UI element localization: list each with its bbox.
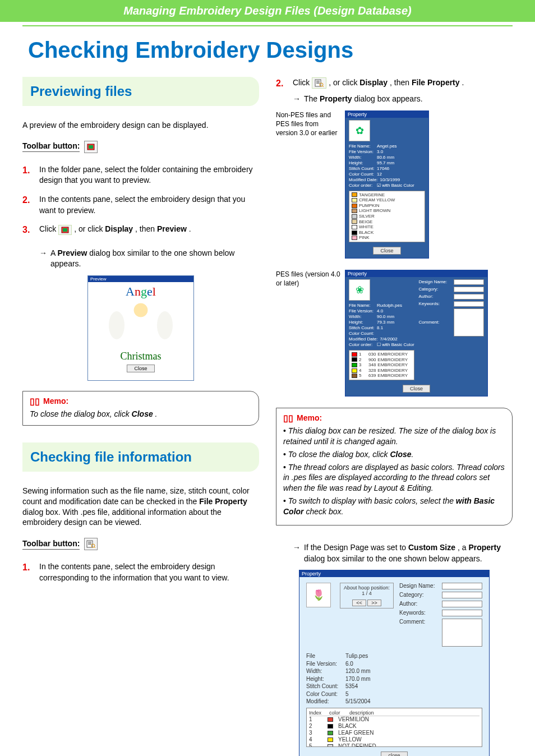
memo-head-1: ▯▯ Memo: [30,396,252,407]
memo-body-1: To close the dialog box, click Close . [30,409,252,420]
pd2-w-v: 90.0 mm [377,314,414,320]
pd1-m-l: Modified Date: [349,177,378,183]
previewing-result-text: A Preview dialog box similar to the one … [50,248,259,270]
checking-step-number-1: 1. [22,561,31,583]
section-checking-heading: Checking file information [30,449,255,465]
property-row-1: Non-PES files and PES files from version… [276,110,513,259]
rr2-b: Custom Size [408,543,455,552]
checking-intro: Sewing information such as the file name… [22,486,259,528]
pd1-fn-l: File Name: [349,144,375,149]
pd3-s-v: 5354 [345,683,358,690]
pd3-colorlist: Index color description 1VERMILION2BLACK… [306,708,482,747]
book-icon: ▯▯ [30,396,40,407]
memo2-item4: To switch to display with basic colors, … [283,496,505,517]
checking-intro-b: File Property [199,497,247,506]
pd2-dn-box[interactable] [454,279,484,285]
rr1-b: Property [320,94,352,103]
pd3-s-l: Stitch Count: [306,683,342,690]
pd2-cat-box[interactable] [454,287,484,292]
checking-intro-c: dialog box. With .pes file, additional i… [22,508,222,527]
pd3-cm-l: Comment: [399,619,439,625]
pd3-kw-l: Keywords: [399,610,439,616]
rr2-d: Property [468,543,501,552]
pd3-nav-prev[interactable]: << [352,600,366,606]
step-3-display: Display [105,224,133,233]
preview-angel-graphic [121,300,160,351]
memo1-c: . [155,409,158,418]
header-breadcrumb: Managing Embroidery Design Files (Design… [0,4,535,17]
svg-line-9 [94,547,95,548]
preview-angel-text: Angel [126,284,156,299]
memo2-item2: To close the dialog box, click Close. [283,449,505,460]
svg-rect-6 [88,543,91,543]
pd3-title: Property [299,570,489,577]
r2-display: Display [359,78,388,87]
previewing-intro: A preview of the embroidery design can b… [22,120,259,131]
pd2-h-v: 79.3 mm [377,320,414,325]
caption-nonpes: Non-PES files and PES files from version… [276,110,340,138]
right-result-2: → If the Design Page was set to Custom S… [293,542,513,564]
pd3-nav-next[interactable]: >> [367,600,381,606]
pd3-hoop-box: About hoop position: 1 / 4 << >> [340,583,394,609]
pd3-f-v: Tulip.pes [345,652,368,660]
pd2-close[interactable]: Close [403,385,430,393]
pd3-w-v: 120.0 mm [345,667,370,675]
pd2-dn-l: Design Name: [419,279,451,284]
pd3-w-l: Width: [306,667,342,675]
section-previewing-heading: Previewing files [30,84,255,99]
pd2-kw-l: Keywords: [419,301,451,306]
pd2-colorlist: 1030EMBROIDERY2900EMBROIDERY3348EMBROIDE… [349,350,414,380]
pd3-kw-box[interactable] [442,610,482,616]
pd2-h-l: Height: [349,320,375,325]
svg-rect-3 [63,228,67,232]
pd3-m-l: Modified: [306,698,342,706]
memo1-a: To close the dialog box, click [30,409,132,418]
pd2-s-l: Stitch Count: [349,325,375,331]
svg-rect-1 [89,145,93,149]
pd3-c-l: Color Count: [306,690,342,698]
pd3-cat-l: Category: [399,592,439,598]
pd1-bc: ☑ with Basic Color [377,183,425,188]
memo2-item1: This dialog box can be resized. The size… [283,426,505,447]
pd3-cm-box[interactable] [442,619,482,647]
pd3-au-box[interactable] [442,601,482,607]
pd2-m-v: 7/4/2002 [380,336,414,342]
preview-toolbar-icon [84,141,98,153]
pd2-kw-box[interactable] [454,301,484,307]
rr1-a: The [304,94,320,103]
preview-close-button[interactable]: Close [127,365,154,372]
pd2-au-box[interactable] [454,294,484,299]
pd3-close[interactable]: close [381,752,407,756]
pd3-head-desc: description [349,710,374,716]
pd3-hoop-val: 1 / 4 [344,591,390,596]
arrow-icon: → [39,248,47,270]
pd3-dn-box[interactable] [442,583,482,589]
pd2-cm-l: Comment: [419,320,451,325]
pd1-c-v: 12 [377,172,425,177]
checking-toolbar-row: Toolbar button: [22,538,259,550]
pd1-h-v: 95.7 mm [377,160,425,166]
svg-rect-12 [316,82,320,82]
pd1-w-l: Width: [349,155,375,160]
memo2-item3: The thread colors are displayed as basic… [283,462,505,494]
memo-list-2: This dialog box can be resized. The size… [283,426,505,517]
svg-rect-7 [88,544,91,545]
pd1-close[interactable]: Close [373,247,400,255]
step-number-2: 2. [22,194,31,216]
pd1-c-l: Color Count: [349,172,375,177]
section-checking-heading-wrap: Checking file information [22,442,259,472]
pd3-cat-box[interactable] [442,592,482,598]
pd1-h-l: Height: [349,160,375,166]
header-banner: Managing Embroidery Design Files (Design… [0,0,535,22]
step-3-then: , then [135,224,157,233]
pd2-c-l: Color Count: [349,331,375,336]
pd1-title: Property [345,111,428,118]
property-dialog-1: Property ✿ File Name:Angel.pes File Vers… [345,110,429,259]
pd2-co-l: Color order: [349,342,375,348]
step-3-preview: Preview [157,224,187,233]
step-number-3: 3. [22,224,31,236]
pd2-cm-box[interactable] [454,308,484,336]
caption-pes: PES files (version 4.0 or later) [276,270,340,288]
svg-rect-5 [88,542,91,542]
rr2-c: , a [458,543,468,552]
